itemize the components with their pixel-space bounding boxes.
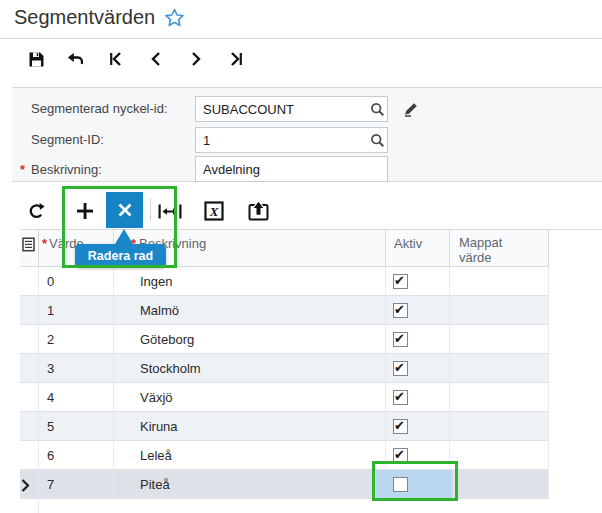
- active-checkbox[interactable]: [393, 303, 408, 318]
- column-header-aktiv[interactable]: Aktiv: [394, 236, 422, 251]
- svg-text:X: X: [209, 204, 219, 219]
- go-first-icon: [109, 51, 123, 67]
- table-row[interactable]: 4 Växjö: [20, 383, 549, 412]
- segmented-key-input[interactable]: SUBACCOUNT: [195, 96, 388, 122]
- column-border: [548, 267, 549, 499]
- cell-varde[interactable]: 5: [47, 419, 54, 434]
- cell-beskrivning[interactable]: Stockholm: [140, 361, 201, 376]
- table-row[interactable]: 0 Ingen: [20, 267, 549, 296]
- cell-beskrivning[interactable]: Malmö: [140, 303, 179, 318]
- row-settings-button[interactable]: [20, 234, 37, 254]
- header-divider: [0, 38, 602, 39]
- save-icon: [28, 51, 45, 68]
- refresh-icon: [28, 202, 47, 221]
- star-icon: [164, 8, 185, 28]
- segmented-key-label: Segmenterad nyckel-id:: [31, 101, 168, 116]
- required-marker: *: [42, 236, 47, 251]
- selected-row-arrow-icon: [21, 478, 30, 496]
- segment-id-value: 1: [196, 133, 367, 148]
- cell-beskrivning[interactable]: Växjö: [140, 390, 173, 405]
- column-border: [449, 267, 450, 499]
- go-last-icon: [229, 51, 243, 67]
- segment-id-label: Segment-ID:: [31, 132, 104, 147]
- page-title: Segmentvärden: [14, 6, 155, 29]
- delete-row-tooltip: Radera rad: [75, 244, 166, 268]
- table-row[interactable]: 3 Stockholm: [20, 354, 549, 383]
- tooltip-arrow: [115, 229, 133, 244]
- cell-beskrivning[interactable]: Göteborg: [140, 332, 194, 347]
- toolbar-separator: [150, 198, 151, 221]
- active-checkbox[interactable]: [393, 419, 408, 434]
- cell-varde[interactable]: 0: [47, 274, 54, 289]
- cell-beskrivning[interactable]: Ingen: [140, 274, 173, 289]
- cell-varde[interactable]: 6: [47, 448, 54, 463]
- column-border: [38, 267, 39, 513]
- excel-icon: X: [204, 201, 224, 221]
- cell-varde[interactable]: 7: [47, 477, 54, 492]
- go-previous-button[interactable]: [140, 44, 172, 74]
- segment-values-page: Segmentvärden: [0, 0, 602, 513]
- active-checkbox[interactable]: [393, 332, 408, 347]
- add-row-button[interactable]: [68, 194, 102, 228]
- cell-beskrivning[interactable]: Piteå: [140, 477, 170, 492]
- column-border: [385, 230, 386, 267]
- segmented-key-value: SUBACCOUNT: [196, 102, 367, 117]
- active-checkbox[interactable]: [393, 477, 408, 492]
- fit-to-screen-button[interactable]: [152, 194, 188, 228]
- save-button[interactable]: [20, 44, 52, 74]
- upload-icon: [248, 201, 269, 221]
- go-next-button[interactable]: [180, 44, 212, 74]
- cell-beskrivning[interactable]: Kiruna: [140, 419, 178, 434]
- delete-row-button[interactable]: [106, 192, 143, 228]
- required-marker: *: [20, 162, 25, 177]
- cell-varde[interactable]: 4: [47, 390, 54, 405]
- pencil-icon: [403, 101, 419, 117]
- plus-icon: [75, 201, 95, 221]
- active-checkbox[interactable]: [393, 448, 408, 463]
- upload-file-button[interactable]: [240, 194, 276, 228]
- fit-width-icon: [158, 203, 182, 220]
- column-header-mappat-varde[interactable]: Mappat värde: [459, 235, 537, 265]
- favorite-star-button[interactable]: [162, 8, 186, 30]
- active-checkbox[interactable]: [393, 274, 408, 289]
- segment-id-lookup-button[interactable]: [367, 129, 387, 151]
- description-input[interactable]: Avdelning: [195, 156, 388, 182]
- go-next-icon: [190, 51, 202, 67]
- description-value: Avdelning: [196, 162, 387, 177]
- column-border: [548, 230, 549, 267]
- go-previous-icon: [150, 51, 162, 67]
- table-row[interactable]: 2 Göteborg: [20, 325, 549, 354]
- table-row[interactable]: 6 Leleå: [20, 441, 549, 470]
- refresh-button[interactable]: [20, 194, 54, 228]
- cell-varde[interactable]: 2: [47, 332, 54, 347]
- delete-x-icon: [117, 202, 133, 218]
- go-first-button[interactable]: [100, 44, 132, 74]
- column-border: [385, 267, 386, 499]
- column-border: [113, 267, 114, 499]
- cell-varde[interactable]: 3: [47, 361, 54, 376]
- undo-button[interactable]: [60, 44, 92, 74]
- column-border: [449, 230, 450, 267]
- active-checkbox[interactable]: [393, 390, 408, 405]
- undo-icon: [67, 51, 85, 67]
- magnifier-icon: [370, 102, 385, 117]
- form-panel: Segmenterad nyckel-id: SUBACCOUNT Segmen…: [12, 87, 602, 182]
- active-checkbox[interactable]: [393, 361, 408, 376]
- grid-settings-icon: [22, 237, 35, 252]
- cell-varde[interactable]: 1: [47, 303, 54, 318]
- go-last-button[interactable]: [220, 44, 252, 74]
- selected-cell-aktiv[interactable]: [376, 470, 452, 498]
- export-excel-button[interactable]: X: [196, 194, 232, 228]
- edit-segmented-key-button[interactable]: [400, 98, 422, 120]
- segment-id-input[interactable]: 1: [195, 127, 388, 153]
- table-row[interactable]: 5 Kiruna: [20, 412, 549, 441]
- magnifier-icon: [370, 133, 385, 148]
- table-row[interactable]: 1 Malmö: [20, 296, 549, 325]
- description-label: Beskrivning:: [31, 162, 102, 177]
- column-border: [38, 230, 39, 267]
- cell-beskrivning[interactable]: Leleå: [140, 448, 172, 463]
- table-row-selected[interactable]: 7 Piteå: [20, 470, 549, 499]
- segmented-key-lookup-button[interactable]: [367, 98, 387, 120]
